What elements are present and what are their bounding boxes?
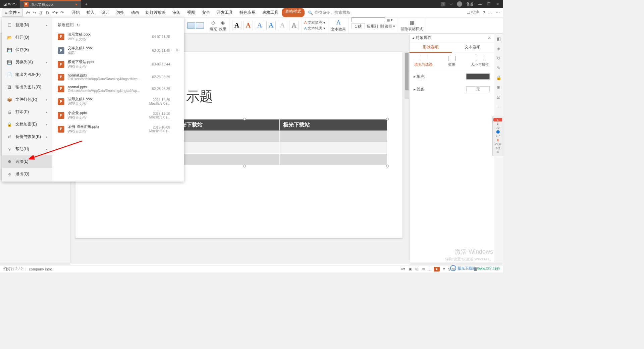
pen-weight-input[interactable] bbox=[352, 23, 365, 29]
tab-shape-options[interactable]: 形状选项 bbox=[410, 42, 452, 53]
reading-view-icon[interactable]: ▭ bbox=[422, 267, 425, 271]
new-tab-button[interactable]: ＋ bbox=[81, 2, 92, 7]
file-menu-item[interactable]: ⎋退出(Q) bbox=[2, 168, 52, 180]
text-fill-button[interactable]: A文本填充 ▾ bbox=[304, 20, 325, 25]
menu-tablestyle[interactable]: 表格样式 bbox=[282, 8, 305, 17]
refresh-icon[interactable]: ↻ bbox=[76, 23, 80, 28]
pen-style-preview[interactable] bbox=[352, 17, 385, 22]
side-icon[interactable]: ◧ bbox=[497, 36, 501, 41]
table-header-cell[interactable]: 极光下载站 bbox=[280, 119, 387, 131]
sync-icon[interactable]: ♡ bbox=[449, 2, 453, 6]
pen-color-button[interactable]: ▦ ▾ bbox=[386, 18, 393, 22]
notes-view-icon[interactable]: ≡▾ bbox=[401, 267, 405, 271]
menu-transition[interactable]: 切换 bbox=[113, 8, 127, 17]
menu-insert[interactable]: 插入 bbox=[83, 8, 98, 17]
menu-view[interactable]: 视图 bbox=[184, 8, 199, 17]
wordart-style-2[interactable]: A bbox=[244, 21, 253, 30]
qat-redo-icon[interactable]: ↷ bbox=[60, 10, 64, 15]
more-icon[interactable]: ⋯ bbox=[496, 10, 500, 15]
subtab-effect[interactable]: 效果 bbox=[438, 56, 466, 67]
fill-section[interactable]: ▸ 填充 bbox=[410, 70, 494, 83]
selection-handle[interactable] bbox=[386, 118, 389, 120]
file-menu-item[interactable]: 📂打开(O) bbox=[2, 31, 52, 44]
file-menu-item[interactable]: 📦文件打包(R)▸ bbox=[2, 93, 52, 106]
file-menu-item[interactable]: ⚙选项(L) bbox=[2, 155, 52, 168]
menu-design[interactable]: 设计 bbox=[98, 8, 113, 17]
annotate-button[interactable]: ☐ 批注 bbox=[467, 10, 479, 15]
command-search[interactable]: 🔍 查找命令、搜索模板 bbox=[308, 10, 351, 15]
fill-button[interactable]: ◇填充 bbox=[210, 19, 217, 32]
performance-gauge[interactable]: 1 🌡 79 🔵 7.7 ▮ 26.4 K/s ☺ bbox=[492, 116, 503, 156]
selection-handle[interactable] bbox=[243, 165, 246, 167]
side-icon[interactable]: ◈ bbox=[497, 46, 500, 51]
qat-open-icon[interactable]: 🗁 bbox=[26, 10, 30, 15]
menu-special[interactable]: 特色应用 bbox=[236, 8, 259, 17]
side-icon[interactable]: 🔒 bbox=[496, 75, 501, 80]
tab-text-options[interactable]: 文本选项 bbox=[452, 42, 494, 53]
file-menu-item[interactable]: 🖨打印(P)▸ bbox=[2, 106, 52, 118]
notification-badge[interactable]: 1 bbox=[441, 2, 445, 6]
minimize-button[interactable]: — bbox=[478, 2, 482, 6]
qat-undo-icon[interactable]: ↶▾ bbox=[52, 10, 58, 15]
slideshow-view-icon[interactable]: ▯ bbox=[428, 267, 430, 271]
recent-file-item[interactable]: P 示例-成果汇报.pptxWPS云文档/ 2019-10-09Mozilla/… bbox=[52, 122, 184, 136]
menu-start[interactable]: 开始 bbox=[68, 8, 83, 17]
fill-color-swatch[interactable] bbox=[466, 73, 490, 80]
line-value[interactable]: 无 bbox=[466, 86, 490, 92]
play-dropdown[interactable]: ▾ bbox=[443, 267, 445, 271]
file-menu-item[interactable]: 🔒文档加密(E)▸ bbox=[2, 118, 52, 131]
help-icon[interactable]: ? bbox=[483, 10, 485, 15]
app-logo[interactable]: ◪WPS bbox=[0, 2, 20, 6]
text-effect-button[interactable]: A文本效果 bbox=[331, 19, 346, 32]
clear-table-style-button[interactable]: ▦清除表格样式 bbox=[401, 19, 423, 32]
table-style-gallery[interactable] bbox=[187, 22, 204, 29]
file-menu-item[interactable]: 📄输出为PDF(F) bbox=[2, 68, 52, 81]
wordart-style-5[interactable]: A bbox=[278, 21, 287, 30]
text-outline-button[interactable]: A文本轮廓 ▾ bbox=[304, 26, 325, 31]
file-menu-button[interactable]: ≡ 文件 ▾ bbox=[2, 8, 23, 17]
side-icon[interactable]: ⋯ bbox=[496, 104, 501, 109]
restore-button[interactable]: ❐ bbox=[486, 2, 491, 6]
wordart-style-4[interactable]: A bbox=[266, 21, 276, 30]
side-icon[interactable]: ⊡ bbox=[497, 95, 500, 100]
border-button[interactable]: ▦ 边框 ▾ bbox=[380, 24, 395, 29]
line-section[interactable]: ▸ 线条 无 bbox=[410, 83, 494, 96]
qat-save-icon[interactable]: ↪ bbox=[33, 10, 36, 15]
qat-preview-icon[interactable]: 🗋 bbox=[46, 10, 50, 15]
menu-slideshow[interactable]: 幻灯片放映 bbox=[142, 8, 169, 17]
qat-print-icon[interactable]: 🖨 bbox=[39, 10, 43, 15]
table-header-cell[interactable]: 极光下载站 bbox=[172, 119, 280, 131]
subtab-size[interactable]: 大小与属性 bbox=[466, 56, 494, 67]
recent-file-item[interactable]: P 演示文稿.pptxWPS云文档/ 04-07 11:20 ✕ bbox=[52, 30, 184, 44]
wordart-style-6[interactable]: A bbox=[289, 21, 299, 30]
selection-handle[interactable] bbox=[386, 165, 389, 167]
menu-review[interactable]: 审阅 bbox=[169, 8, 184, 17]
vertical-scrollbar[interactable] bbox=[405, 52, 409, 99]
sorter-view-icon[interactable]: ⊞ bbox=[415, 267, 418, 271]
close-button[interactable]: ✕ bbox=[495, 2, 500, 6]
side-icon[interactable]: ⊞ bbox=[497, 85, 500, 90]
recent-file-item[interactable]: P normal.pptxC:/Users/admin/AppData/Roam… bbox=[52, 83, 184, 95]
wordart-style-1[interactable]: A bbox=[232, 21, 241, 30]
play-button[interactable]: ▶ bbox=[434, 267, 440, 271]
wordart-style-3[interactable]: A bbox=[255, 21, 264, 30]
normal-view-icon[interactable]: ▣ bbox=[409, 267, 412, 271]
menu-security[interactable]: 安全 bbox=[199, 8, 213, 17]
effect-button[interactable]: ◈效果 bbox=[219, 19, 226, 32]
user-avatar[interactable] bbox=[457, 1, 462, 7]
subtab-fill-line[interactable]: 填充与线条 bbox=[410, 56, 438, 67]
recent-file-item[interactable]: P 小企业.pptxWPS云文档/ 2022-11-10Mozilla/5.0 … bbox=[52, 108, 184, 122]
file-menu-item[interactable]: ☐新建(N)▸ bbox=[2, 19, 52, 31]
side-icon[interactable]: ↻ bbox=[497, 56, 500, 61]
menu-devtools[interactable]: 开发工具 bbox=[213, 8, 236, 17]
file-menu-item[interactable]: ↺备份与恢复(K)▸ bbox=[2, 131, 52, 143]
menu-tabletools[interactable]: 表格工具 bbox=[259, 8, 282, 17]
remove-recent-icon[interactable]: ✕ bbox=[175, 48, 178, 53]
recent-file-item[interactable]: P 文字文稿1.pptx桌面/ 03-31 11:48 ✕ bbox=[52, 44, 184, 57]
recent-file-item[interactable]: P 演示文稿1.pptxWPS云文档/ 2022-12-20Mozilla/5.… bbox=[52, 95, 184, 108]
selection-handle[interactable] bbox=[243, 118, 246, 120]
panel-toggle-icon[interactable]: ◂ bbox=[412, 36, 414, 40]
recent-file-item[interactable]: P normal.pptxC:/Users/admin/AppData/Roam… bbox=[52, 71, 184, 83]
file-menu-item[interactable]: 🖼输出为图片(G) bbox=[2, 81, 52, 93]
panel-close-icon[interactable]: ✕ bbox=[488, 36, 491, 40]
